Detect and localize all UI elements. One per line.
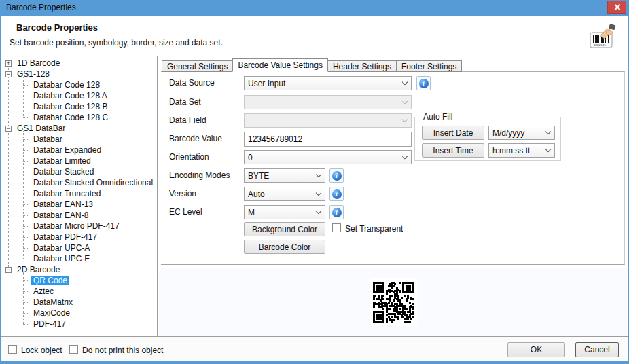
tree-item[interactable]: Databar Stacked <box>23 166 157 177</box>
tree-item-label: Databar Code 128 <box>31 80 102 90</box>
ok-button[interactable]: OK <box>507 342 565 357</box>
info-icon: i <box>332 171 342 181</box>
tree-item[interactable]: Databar Code 128 <box>23 79 157 90</box>
chevron-down-icon <box>542 132 554 134</box>
tree-item-label: GS1 DataBar <box>15 124 67 133</box>
data-source-select[interactable]: User Input <box>244 76 412 90</box>
insert-time-button[interactable]: Insert Time <box>422 143 484 158</box>
close-icon <box>613 3 621 11</box>
tree-item-label: PDF-417 <box>31 319 68 329</box>
collapse-icon[interactable]: − <box>5 126 12 132</box>
ec-level-label: EC Level <box>169 207 202 217</box>
tree-item[interactable]: Databar Micro PDF-417 <box>23 221 157 232</box>
ec-level-select[interactable]: M <box>244 205 325 219</box>
info-icon: i <box>419 79 429 88</box>
info-icon: i <box>332 189 342 199</box>
tree-item[interactable]: Databar UPC-A <box>23 242 157 253</box>
tree-connector <box>8 63 9 270</box>
dialog-header: Barcode Properties Set barcode position,… <box>1 16 628 56</box>
tree-item[interactable]: −GS1-128 <box>5 69 157 79</box>
tree-item[interactable]: Databar EAN-13 <box>23 199 157 210</box>
info-icon: i <box>332 208 342 217</box>
chevron-down-icon <box>399 120 411 122</box>
chevron-down-icon <box>312 193 325 195</box>
orientation-select[interactable]: 0 <box>244 150 412 164</box>
version-value: Auto <box>245 189 312 199</box>
set-transparent-checkbox[interactable] <box>332 223 341 232</box>
tree-item[interactable]: Databar PDF-417 <box>23 232 157 242</box>
tree-connector <box>23 150 29 151</box>
tree-connector <box>23 194 29 194</box>
auto-fill-group: Auto Fill Insert Date M/d/yyyy Insert Ti… <box>414 117 561 161</box>
close-button[interactable] <box>607 1 626 14</box>
window-title: Barcode Properties <box>6 3 76 12</box>
tree-item[interactable]: Databar Stacked Omnidirectional <box>23 177 157 188</box>
tree-item[interactable]: Databar Code 128 A <box>23 90 157 101</box>
data-field-label: Data Field <box>169 115 206 125</box>
settings-panel: General Settings Barcode Value Settings … <box>158 56 628 337</box>
tab-barcode-value-settings[interactable]: Barcode Value Settings <box>232 58 328 72</box>
tree-item[interactable]: Databar EAN-8 <box>23 210 157 221</box>
lock-object-checkbox[interactable] <box>8 345 17 354</box>
tab-footer-settings[interactable]: Footer Settings <box>396 60 462 72</box>
time-format-select[interactable]: h:mm:ss tt <box>488 143 555 158</box>
cancel-button[interactable]: Cancel <box>575 342 619 357</box>
insert-date-button[interactable]: Insert Date <box>422 126 484 140</box>
tree-item-label: Databar Micro PDF-417 <box>31 221 122 231</box>
tree-connector <box>23 324 29 325</box>
window-titlebar: Barcode Properties <box>1 1 628 16</box>
tree-item[interactable]: Databar Truncated <box>23 188 157 199</box>
collapse-icon[interactable]: − <box>5 267 12 273</box>
tree-item[interactable]: −2D Barcode <box>5 264 157 275</box>
barcode-color-button[interactable]: Barcode Color <box>244 240 325 254</box>
encoding-modes-select[interactable]: BYTE <box>244 168 325 183</box>
do-not-print-checkbox[interactable] <box>69 345 78 354</box>
tree-item[interactable]: Databar Code 128 B <box>23 101 157 112</box>
tree-item-label: Databar Code 128 B <box>31 102 109 111</box>
collapse-icon[interactable]: − <box>5 71 12 77</box>
tree-item[interactable]: Databar UPC-E <box>23 253 157 264</box>
tree-item-label: Databar EAN-8 <box>31 211 90 220</box>
page-title: Barcode Properties <box>16 22 98 33</box>
barcode-tree: +1D Barcode−GS1-128Databar Code 128Datab… <box>1 56 158 337</box>
tree-item[interactable]: Databar Limited <box>23 156 157 166</box>
tree-item[interactable]: Aztec <box>23 286 157 297</box>
tree-item-label: Aztec <box>31 287 56 296</box>
orientation-value: 0 <box>245 153 399 162</box>
do-not-print-label: Do not print this object <box>82 346 163 355</box>
tree-item-label: Databar Code 128 A <box>31 91 109 101</box>
tree-item[interactable]: −GS1 DataBar <box>5 123 157 134</box>
tab-header-settings[interactable]: Header Settings <box>327 60 397 72</box>
ec-level-info-icon[interactable]: i <box>329 205 344 219</box>
barcode-value-input[interactable] <box>244 132 412 147</box>
version-select[interactable]: Auto <box>244 187 325 201</box>
encoding-modes-info-icon[interactable]: i <box>329 168 344 183</box>
tree-item[interactable]: PDF-417 <box>23 318 157 329</box>
background-color-button[interactable]: Background Color <box>244 222 325 236</box>
version-info-icon[interactable]: i <box>329 187 344 201</box>
data-source-info-icon[interactable]: i <box>416 76 431 90</box>
chevron-down-icon <box>399 82 411 84</box>
tree-item[interactable]: Databar Expanded <box>23 145 157 156</box>
tree-item-label: Databar <box>31 134 65 144</box>
barcode-hand-icon: 4082345 <box>588 24 617 53</box>
tree-item[interactable]: Databar Code 128 C <box>23 112 157 123</box>
tree-item[interactable]: MaxiCode <box>23 308 157 318</box>
tree-item-label: Databar Code 128 C <box>31 113 110 122</box>
expand-icon[interactable]: + <box>5 60 12 67</box>
settings-tabs: General Settings Barcode Value Settings … <box>162 58 462 72</box>
tree-connector <box>23 183 29 183</box>
data-source-value: User Input <box>245 79 399 88</box>
page-subtitle: Set barcode position, symbology, border,… <box>10 38 223 48</box>
tree-item[interactable]: QR Code <box>23 275 157 286</box>
orientation-label: Orientation <box>169 152 209 162</box>
tree-connector <box>23 139 29 140</box>
tree-connector <box>23 313 29 314</box>
tree-item[interactable]: +1D Barcode <box>5 58 157 69</box>
tree-connector <box>23 226 29 227</box>
tree-connector <box>23 248 29 249</box>
tree-item[interactable]: DataMatrix <box>23 297 157 308</box>
tab-general-settings[interactable]: General Settings <box>162 60 233 72</box>
date-format-select[interactable]: M/d/yyyy <box>488 126 555 140</box>
tree-item[interactable]: Databar <box>23 134 157 145</box>
